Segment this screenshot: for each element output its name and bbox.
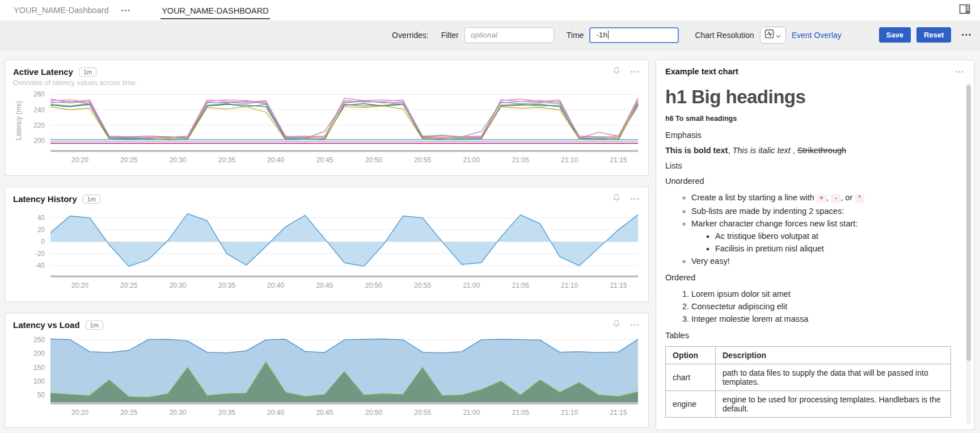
table-header-row: Option Description	[666, 347, 951, 364]
svg-text:20:45: 20:45	[316, 409, 333, 417]
svg-text:20:45: 20:45	[316, 281, 333, 289]
svg-text:20:40: 20:40	[267, 156, 284, 164]
bell-icon[interactable]	[612, 193, 621, 205]
resolution-badge: 1m	[86, 321, 103, 330]
toggle-right-panel-button[interactable]	[958, 3, 971, 17]
svg-text:21:15: 21:15	[610, 281, 627, 289]
dashboard-group-title[interactable]: YOUR_NAME-Dashboard	[14, 6, 109, 15]
list-item-text: Create a list by starting a line with	[691, 193, 814, 202]
tab-dashboard[interactable]: YOUR_NAME-DASHBOARD	[160, 2, 270, 19]
bell-icon[interactable]	[612, 66, 621, 78]
chart-card-latency-vs-load: Latency vs Load 1m ••• 5010015020025020:…	[5, 313, 649, 428]
list-item: Integer molestie lorem at massa	[691, 313, 951, 325]
cell-option	[666, 418, 716, 418]
list-item: Marker character change forces new list …	[691, 218, 951, 229]
filter-input[interactable]: optional	[464, 27, 554, 43]
code-minus: -	[831, 194, 840, 203]
overrides-label: Overrides:	[392, 31, 429, 40]
svg-text:250: 250	[33, 336, 45, 344]
svg-text:21:15: 21:15	[610, 409, 627, 417]
table-row	[666, 418, 951, 418]
svg-text:20:25: 20:25	[120, 281, 137, 289]
chart-title: Latency History	[13, 194, 77, 204]
list-item: Ac tristique libero volutpat at	[715, 230, 951, 242]
text-chart-card: Example text chart ••• h1 Big headings h…	[656, 60, 974, 430]
svg-text:21:10: 21:10	[561, 281, 578, 289]
chart-card-active-latency: Active Latency 1m ••• Overview of latenc…	[5, 60, 649, 176]
toolbar-more-dots-icon[interactable]: •••	[961, 32, 972, 39]
filter-label: Filter	[441, 31, 459, 40]
svg-text:260: 260	[33, 90, 45, 98]
chart-subtitle: Overview of latency values across time.	[13, 79, 640, 87]
svg-text:20:35: 20:35	[218, 281, 235, 289]
svg-text:21:00: 21:00	[463, 156, 480, 164]
table-row: engine engine to be used for processing …	[666, 391, 951, 418]
panel-layout-icon	[958, 3, 971, 17]
svg-text:20: 20	[37, 226, 45, 234]
svg-text:21:15: 21:15	[610, 156, 627, 164]
md-lists-heading: Lists	[665, 161, 951, 170]
chart-card-latency-history: Latency History 1m ••• 40200-20-4020:202…	[5, 187, 649, 302]
md-h1: h1 Big headings	[665, 86, 951, 108]
svg-text:21:05: 21:05	[512, 409, 529, 417]
chart-more-dots-icon[interactable]: •••	[954, 69, 965, 75]
time-input[interactable]: -1h	[589, 27, 679, 43]
chart-more-dots-icon[interactable]: •••	[630, 69, 640, 75]
th-option: Option	[666, 347, 716, 364]
list-item: Consectetur adipiscing elit	[691, 301, 951, 312]
save-button[interactable]: Save	[879, 27, 911, 43]
svg-text:50: 50	[37, 391, 45, 399]
cell-description	[716, 418, 951, 418]
svg-text:20:35: 20:35	[218, 409, 235, 417]
md-unordered-heading: Unordered	[665, 176, 951, 186]
svg-text:20:35: 20:35	[218, 156, 235, 164]
separator: , or	[840, 193, 852, 202]
chevron-down-icon	[776, 30, 781, 40]
event-overlay-link[interactable]: Event Overlay	[792, 31, 842, 40]
text-caret	[608, 31, 609, 39]
list-item: Sub-lists are made by indenting 2 spaces…	[691, 205, 951, 217]
svg-text:21:05: 21:05	[512, 281, 529, 289]
cell-description: path to data files to supply the data th…	[716, 364, 951, 391]
table-row: chart path to data files to supply the d…	[666, 364, 951, 391]
svg-text:150: 150	[33, 364, 45, 372]
ordered-list: Lorem ipsum dolor sit amet Consectetur a…	[665, 288, 951, 325]
separator: ,	[826, 193, 829, 202]
svg-text:21:10: 21:10	[561, 409, 578, 417]
svg-text:20:20: 20:20	[71, 409, 88, 417]
bold-text: This is bold text	[665, 146, 728, 155]
svg-text:200: 200	[33, 137, 45, 145]
svg-text:21:00: 21:00	[463, 281, 480, 289]
svg-text:20:30: 20:30	[169, 281, 186, 289]
svg-text:0: 0	[41, 238, 45, 246]
svg-text:20:25: 20:25	[120, 156, 137, 164]
svg-text:200: 200	[33, 350, 45, 358]
svg-text:40: 40	[37, 214, 45, 222]
chart-more-dots-icon[interactable]: •••	[630, 322, 640, 328]
md-tables-heading: Tables	[665, 331, 951, 340]
latency-history-plot[interactable]: 40200-20-4020:2020:2520:3020:3520:4020:4…	[13, 207, 640, 293]
latency-vs-load-plot[interactable]: 5010015020025020:2020:2520:3020:3520:402…	[13, 333, 640, 421]
list-item: Create a list by starting a line with +,…	[691, 192, 951, 204]
active-latency-plot[interactable]: 20022024026020:2020:2520:3020:3520:4020:…	[13, 89, 640, 168]
resolution-badge: 1m	[83, 195, 100, 204]
list-item: Lorem ipsum dolor sit amet	[691, 288, 951, 300]
scrollbar-thumb[interactable]	[966, 85, 971, 361]
bell-icon[interactable]	[612, 319, 621, 331]
svg-text:20:55: 20:55	[414, 409, 431, 417]
svg-text:100: 100	[33, 377, 45, 385]
code-plus: +	[817, 194, 826, 203]
th-description: Description	[716, 347, 951, 364]
svg-text:21:05: 21:05	[512, 156, 529, 164]
list-item: Very easy!	[691, 255, 951, 267]
top-bar: YOUR_NAME-Dashboard ••• YOUR_NAME-DASHBO…	[0, 0, 980, 20]
svg-text:220: 220	[33, 121, 45, 129]
chart-more-dots-icon[interactable]: •••	[630, 196, 640, 202]
separator: ,	[791, 146, 797, 155]
svg-text:20:50: 20:50	[365, 409, 382, 417]
md-ordered-heading: Ordered	[665, 273, 951, 282]
dashboard-menu-dots-icon[interactable]: •••	[121, 7, 132, 14]
chart-resolution-dropdown[interactable]	[760, 27, 786, 44]
reset-button[interactable]: Reset	[916, 27, 951, 43]
chart-title: Latency vs Load	[13, 320, 80, 330]
